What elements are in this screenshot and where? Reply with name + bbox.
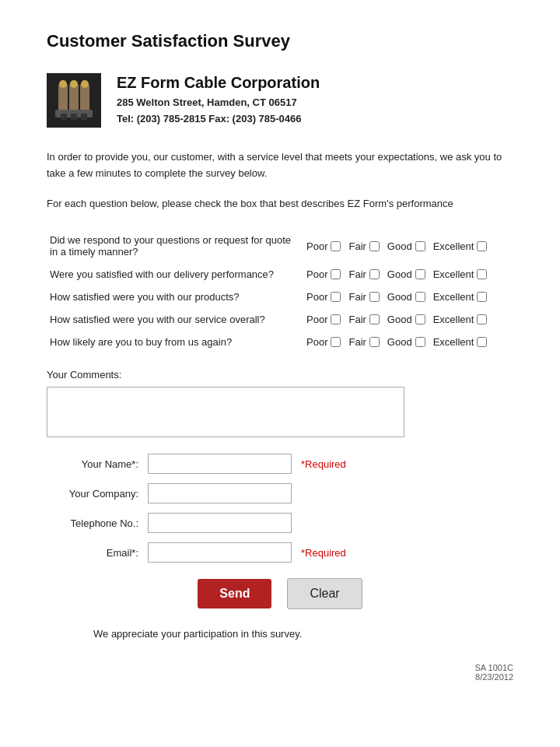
telephone-input[interactable] (148, 513, 292, 533)
rating-good: Good (387, 314, 425, 325)
rating-good: Good (387, 336, 425, 348)
rating-label-excellent: Excellent (433, 336, 474, 348)
rating-label-good: Good (387, 336, 412, 348)
svg-rect-9 (81, 114, 87, 120)
company-label: Your Company: (47, 488, 148, 500)
checkbox-q4-good[interactable] (415, 314, 425, 324)
rating-label-good: Good (387, 240, 412, 252)
rating-label-good: Good (387, 268, 412, 280)
form-id-number: SA 1001C (474, 663, 513, 672)
company-logo (47, 73, 101, 128)
rating-label-fair: Fair (348, 240, 366, 252)
checkbox-q5-excellent[interactable] (477, 337, 487, 347)
comments-textarea[interactable] (47, 387, 404, 437)
company-row: Your Company: (47, 483, 513, 503)
question-text: How satisfied were you with our products… (47, 286, 303, 308)
rating-label-poor: Poor (306, 240, 327, 252)
telephone-row: Telephone No.: (47, 513, 513, 533)
checkbox-q2-good[interactable] (415, 269, 425, 279)
checkbox-q1-poor[interactable] (331, 241, 341, 251)
checkbox-q4-fair[interactable] (369, 314, 380, 324)
checkbox-q3-fair[interactable] (369, 292, 380, 302)
email-label: Email*: (47, 547, 148, 559)
survey-question-row: Were you satisfied with our delivery per… (47, 263, 513, 286)
rating-label-poor: Poor (306, 291, 327, 303)
rating-label-fair: Fair (348, 336, 366, 348)
question-text: Were you satisfied with our delivery per… (47, 263, 303, 286)
checkbox-q2-fair[interactable] (369, 269, 380, 279)
thank-you-text: We appreciate your participation in this… (47, 628, 513, 640)
rating-label-fair: Fair (348, 268, 366, 280)
rating-poor: Poor (306, 268, 341, 280)
checkbox-q4-excellent[interactable] (477, 314, 487, 324)
instructions-paragraph: For each question below, please check th… (47, 196, 513, 212)
button-row: Send Clear (47, 578, 513, 609)
svg-rect-8 (71, 114, 77, 120)
checkbox-q2-poor[interactable] (331, 269, 341, 279)
company-header: EZ Form Cable Corporation 285 Welton Str… (47, 73, 513, 128)
email-row: Email*: *Required (47, 542, 513, 563)
checkbox-q1-good[interactable] (415, 241, 425, 251)
svg-rect-1 (69, 84, 79, 111)
rating-label-good: Good (387, 314, 412, 325)
name-required: *Required (301, 458, 346, 470)
checkbox-q2-excellent[interactable] (477, 269, 487, 279)
rating-label-poor: Poor (306, 314, 327, 325)
rating-fair: Fair (348, 268, 379, 280)
rating-good: Good (387, 268, 425, 280)
rating-fair: Fair (348, 314, 379, 325)
survey-question-row: Did we respond to your questions or requ… (47, 229, 513, 263)
checkbox-q3-poor[interactable] (331, 292, 341, 302)
company-contact: Tel: (203) 785-2815 Fax: (203) 785-0466 (117, 111, 320, 128)
name-input[interactable] (148, 454, 292, 474)
svg-rect-7 (61, 114, 67, 120)
rating-label-poor: Poor (306, 336, 327, 348)
survey-question-row: How satisfied were you with our products… (47, 286, 513, 308)
rating-fair: Fair (348, 291, 379, 303)
rating-options: PoorFairGoodExcellent (303, 263, 513, 286)
rating-options: PoorFairGoodExcellent (303, 229, 513, 263)
name-row: Your Name*: *Required (47, 454, 513, 474)
intro-paragraph-1: In order to provide you, our customer, w… (47, 149, 513, 182)
page-title: Customer Satisfaction Survey (47, 31, 513, 51)
contact-form: Your Name*: *Required Your Company: Tele… (47, 454, 513, 563)
checkbox-q1-fair[interactable] (369, 241, 380, 251)
company-input[interactable] (148, 483, 292, 503)
survey-question-row: How satisfied were you with our service … (47, 308, 513, 331)
email-required: *Required (301, 547, 346, 559)
rating-fair: Fair (348, 240, 379, 252)
rating-excellent: Excellent (433, 336, 488, 348)
rating-excellent: Excellent (433, 240, 488, 252)
rating-label-excellent: Excellent (433, 314, 474, 325)
checkbox-q5-fair[interactable] (369, 337, 380, 347)
rating-label-fair: Fair (348, 291, 366, 303)
checkbox-q3-good[interactable] (415, 292, 425, 302)
svg-rect-0 (58, 84, 68, 111)
rating-label-poor: Poor (306, 268, 327, 280)
clear-button[interactable]: Clear (287, 578, 362, 609)
checkbox-q3-excellent[interactable] (477, 292, 487, 302)
email-input[interactable] (148, 542, 292, 563)
company-info: EZ Form Cable Corporation 285 Welton Str… (117, 74, 320, 128)
checkbox-q5-good[interactable] (415, 337, 425, 347)
send-button[interactable]: Send (198, 579, 271, 608)
checkbox-q4-poor[interactable] (331, 314, 341, 324)
rating-poor: Poor (306, 240, 341, 252)
rating-poor: Poor (306, 291, 341, 303)
rating-good: Good (387, 291, 425, 303)
rating-poor: Poor (306, 314, 341, 325)
rating-options: PoorFairGoodExcellent (303, 308, 513, 331)
rating-poor: Poor (306, 336, 341, 348)
checkbox-q1-excellent[interactable] (477, 241, 487, 251)
rating-excellent: Excellent (433, 314, 488, 325)
form-id-block: SA 1001C 8/23/2012 (47, 663, 513, 682)
svg-point-4 (70, 80, 78, 88)
question-text: How satisfied were you with our service … (47, 308, 303, 331)
question-text: How likely are you to buy from us again? (47, 331, 303, 353)
checkbox-q5-poor[interactable] (331, 337, 341, 347)
name-label: Your Name*: (47, 458, 148, 470)
survey-questions-table: Did we respond to your questions or requ… (47, 229, 513, 353)
svg-rect-2 (80, 84, 89, 111)
rating-excellent: Excellent (433, 268, 488, 280)
rating-good: Good (387, 240, 425, 252)
